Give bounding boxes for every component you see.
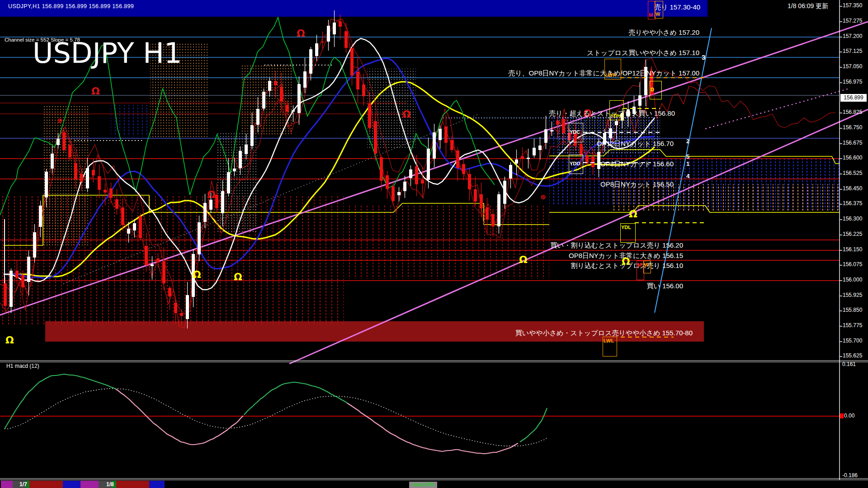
chart-title: USDJPY H1	[33, 37, 182, 69]
macd-zero-value: 0.00	[844, 413, 854, 419]
pattern-marker: Ω	[402, 108, 411, 120]
macd-plot	[0, 374, 844, 454]
session-segment	[149, 481, 165, 488]
level-annotation: OP8日NYカット非常に大きめ 156.15	[569, 252, 683, 259]
price-axis-label: 156.600	[843, 155, 862, 161]
price-axis-label: 155.700	[843, 338, 862, 344]
macd-max-value: 0.161	[842, 361, 856, 368]
price-axis-label: 156.075	[843, 262, 862, 268]
level-annotation: 割り込むとストップロス売り 156.10	[571, 262, 683, 269]
pattern-marker: ⊕	[57, 117, 63, 125]
level-box-label: D	[651, 87, 654, 92]
price-axis-label: 156.375	[843, 201, 862, 207]
pattern-marker: Ω	[207, 189, 216, 200]
symbol-info: USDJPY,H1 156.899 156.899 156.899 156.89…	[8, 3, 134, 9]
level-box-label: YDH	[610, 113, 621, 118]
price-axis-label: 155.850	[843, 307, 862, 314]
level-annotation: 買い・割り込むとストップロス売り 156.20	[550, 241, 683, 249]
price-axis-label: 157.200	[843, 33, 862, 40]
level-box-label: LWH	[605, 72, 616, 78]
price-axis-label: 155.775	[843, 323, 862, 329]
session-segment	[29, 481, 63, 488]
macd-min-value: -0.186	[842, 473, 858, 479]
pattern-marker: Ω	[5, 334, 14, 346]
pattern-marker: Ω	[629, 208, 637, 220]
pattern-marker: Ω	[297, 28, 305, 39]
level-annotation: OP8日NYカット 156.50	[600, 180, 674, 188]
price-chart-canvas[interactable]: ΩΩΩΩΩΩΩΩΩΩΩ⊕⊕	[0, 0, 868, 488]
price-axis-label: 157.050	[843, 64, 862, 70]
level-annotation: 売りやや小さめ 157.20	[628, 28, 699, 36]
price-axis-label: 156.300	[843, 216, 862, 222]
level-box-label: LWL	[604, 338, 614, 343]
trading-chart-window: ΩΩΩΩΩΩΩΩΩΩΩ⊕⊕ USDJPY,H1 156.899 156.899 …	[0, 0, 868, 488]
pattern-marker: ⊕	[540, 193, 546, 201]
current-price-tag: 156.899	[840, 94, 867, 102]
price-axis-label: 157.125	[843, 48, 862, 55]
price-axis-label: 156.000	[843, 277, 862, 283]
price-axis-label: 155.925	[843, 292, 862, 299]
price-axis-label: 156.825	[843, 109, 862, 116]
price-axis-label: 156.450	[843, 186, 862, 192]
session-segment	[80, 481, 99, 488]
date-label: 1/8	[106, 481, 114, 488]
price-axis-label: 156.975	[843, 79, 862, 85]
level-box-label: W	[644, 262, 649, 267]
level-annotation: 売り、OP8日NYカット非常に大きめ/OP12日NYカット 157.00	[508, 69, 699, 77]
level-annotation: OP12日NYカット 156.70	[597, 140, 674, 147]
timeline-bar: macd ON 1/71/8	[0, 481, 868, 488]
price-axis-label: 156.675	[843, 140, 862, 146]
price-axis-label: 156.150	[843, 247, 862, 253]
macd-toggle-button[interactable]: macd ON	[409, 482, 437, 488]
level-box-label: YDC	[570, 129, 580, 135]
sequence-number: 3	[702, 53, 705, 61]
indicator-clouds	[0, 43, 840, 325]
level-annotation: OP8日NYカット 156.60	[600, 160, 674, 168]
level-box-label: YDO	[570, 161, 580, 166]
price-axis-label: 155.625	[843, 353, 862, 359]
sequence-number: 1	[686, 161, 689, 168]
price-axis-label: 156.225	[843, 231, 862, 238]
pattern-marker: Ω	[193, 269, 201, 280]
sequence-number: 4	[686, 173, 689, 180]
macd-indicator-label: H1 macd (12)	[6, 363, 39, 370]
date-label: 1/7	[19, 481, 27, 488]
session-segment	[1, 481, 13, 488]
sequence-number: 5	[686, 154, 689, 160]
buy-zone-label: 買いやや小さめ・ストップロス売りやや小さめ 155.70-80	[515, 329, 693, 337]
pattern-marker: Ω	[519, 254, 528, 265]
price-axis-label: 156.750	[843, 125, 862, 131]
level-annotation: ストップロス買いやや小さめ 157.10	[587, 49, 699, 56]
level-box-label: YDL	[621, 225, 631, 230]
price-axis-label: 157.275	[843, 18, 862, 24]
session-segment	[116, 481, 149, 488]
level-box-label: M	[649, 12, 653, 18]
sequence-number: 2	[686, 138, 689, 145]
pattern-marker: Ω	[234, 271, 242, 282]
level-box-label: M	[637, 262, 642, 267]
price-axis-label: 156.525	[843, 170, 862, 177]
update-timestamp: 1/8 06:09 更新	[788, 2, 828, 9]
level-annotation: 買い 156.00	[647, 282, 683, 290]
level-box-label: W	[656, 11, 660, 17]
pattern-marker: Ω	[91, 85, 100, 97]
price-axis-label: 157.350	[843, 3, 862, 9]
session-segment	[63, 481, 80, 488]
